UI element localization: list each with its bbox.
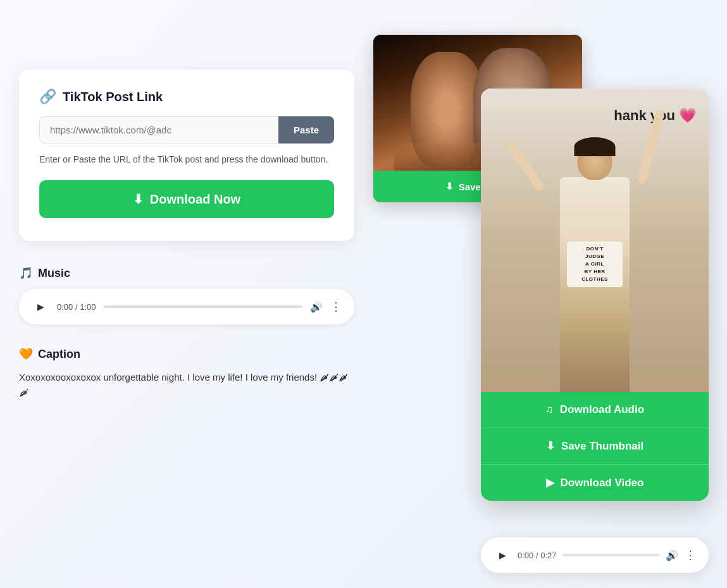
caption-section: 🧡 Caption Xoxoxoxooxoxoxox unforgettable…: [19, 347, 354, 400]
bottom-play-button[interactable]: ▶: [494, 546, 511, 564]
input-row: Paste: [39, 116, 334, 144]
save-thumbnail-label: Save Thumbnail: [561, 440, 643, 453]
caption-icon: 🧡: [19, 347, 33, 361]
more-options-icon[interactable]: ⋮: [330, 300, 342, 314]
shirt-text-5: CLOTHES: [569, 276, 620, 283]
download-icon: ⬇: [133, 192, 144, 207]
download-video-button[interactable]: ▶ Download Video: [481, 465, 709, 501]
music-section: 🎵 Music ▶ 0:00 / 1:00 🔊 ⋮: [19, 266, 354, 324]
download-audio-label: Download Audio: [560, 403, 644, 416]
save-photo-icon: ⬇: [445, 181, 454, 192]
audio-player: ▶ 0:00 / 1:00 🔊 ⋮: [19, 289, 354, 324]
bottom-audio-time: 0:00 / 0:27: [518, 551, 556, 560]
caption-title-text: Caption: [38, 348, 80, 361]
caption-text: Xoxoxoxooxoxoxox unforgettable night. I …: [19, 370, 354, 400]
download-audio-button[interactable]: ♫ Download Audio: [481, 392, 709, 428]
bottom-volume-icon[interactable]: 🔊: [666, 549, 678, 561]
video-card: hank you 💗 DON'T JUDGE A GIRL BY HER: [481, 89, 709, 501]
download-now-label: Download Now: [150, 192, 240, 207]
shirt-text-3: A GIRL: [569, 260, 620, 268]
left-panel: 🔗 TikTok Post Link Paste Enter or Paste …: [19, 70, 354, 400]
download-video-play-icon: ▶: [546, 476, 554, 489]
card-title: 🔗 TikTok Post Link: [39, 89, 334, 105]
music-icon: 🎵: [19, 266, 33, 280]
caption-section-title: 🧡 Caption: [19, 347, 354, 361]
bottom-more-icon[interactable]: ⋮: [685, 548, 696, 562]
download-now-button[interactable]: ⬇ Download Now: [39, 180, 334, 218]
bottom-audio-progress[interactable]: [562, 554, 659, 556]
shirt-text-1: DON'T: [569, 245, 620, 253]
audio-time: 0:00 / 1:00: [57, 302, 96, 312]
volume-icon[interactable]: 🔊: [310, 301, 323, 313]
link-icon: 🔗: [39, 89, 56, 105]
music-title-text: Music: [38, 267, 70, 280]
shirt-text-4: BY HER: [569, 268, 620, 276]
download-video-label: Download Video: [561, 477, 644, 489]
save-thumbnail-button[interactable]: ⬇ Save Thumbnail: [481, 428, 709, 465]
girl-figure: DON'T JUDGE A GIRL BY HER CLOTHES: [550, 152, 639, 392]
video-preview: hank you 💗 DON'T JUDGE A GIRL BY HER: [481, 89, 709, 392]
input-card: 🔗 TikTok Post Link Paste Enter or Paste …: [19, 70, 354, 241]
url-input[interactable]: [39, 116, 278, 144]
card-title-text: TikTok Post Link: [63, 90, 163, 104]
paste-button[interactable]: Paste: [278, 116, 334, 144]
play-button[interactable]: ▶: [32, 298, 49, 315]
music-note-icon: ♫: [545, 403, 554, 416]
music-section-title: 🎵 Music: [19, 266, 354, 280]
audio-progress-bar[interactable]: [103, 305, 302, 308]
hint-text: Enter or Paste the URL of the TikTok pos…: [39, 152, 334, 166]
shirt-text-2: JUDGE: [569, 253, 620, 260]
bottom-audio-player: ▶ 0:00 / 0:27 🔊 ⋮: [481, 537, 709, 573]
save-thumbnail-icon: ⬇: [546, 439, 555, 453]
action-buttons: ♫ Download Audio ⬇ Save Thumbnail ▶ Down…: [481, 392, 709, 501]
